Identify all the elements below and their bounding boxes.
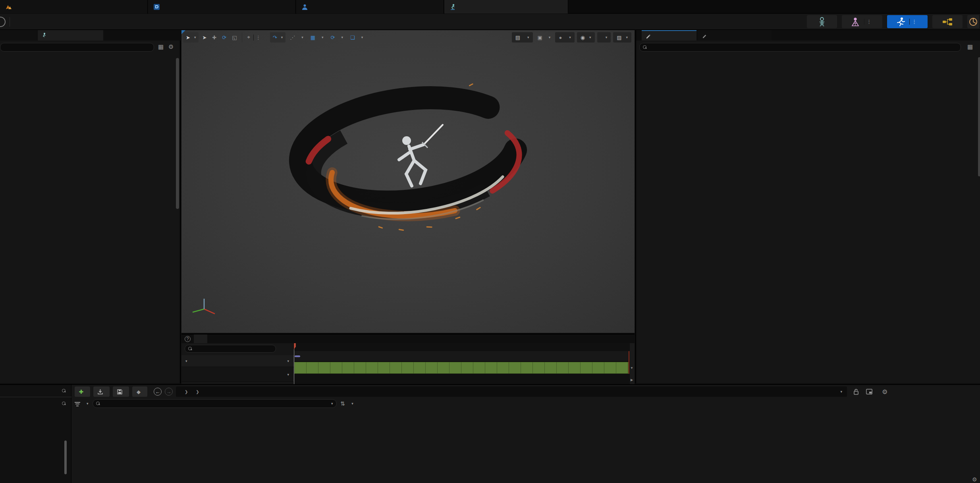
slash-vfx-preview [273,70,559,261]
viewport-options-icon[interactable]: ⋮ [253,35,263,41]
details-search-input[interactable] [639,43,961,52]
import-button[interactable] [93,386,110,397]
surface-snap-button[interactable]: ↷▾ [270,32,286,43]
save-icon [117,389,122,394]
select-tool-icon[interactable]: ➤ [200,35,208,41]
content-search-row: ▾ ▾ ⇅▾ [75,398,353,409]
search-options-icon[interactable]: ▾ [331,402,333,406]
details-scrollbar[interactable] [978,57,980,176]
show-flags-dropdown[interactable]: ◉▾ [577,32,595,43]
animation-mode-button[interactable]: ⋮ [887,15,928,28]
tab-details[interactable] [642,30,696,41]
scale-snap-button[interactable]: ❏▾ [347,32,366,43]
physics-icon [968,17,978,27]
scroll-right-icon[interactable]: ▶ [631,378,633,382]
path-options-icon[interactable]: ▾ [840,390,842,394]
tree-scrollbar[interactable] [64,440,67,474]
preview-settings-icon [702,33,707,38]
asset-details-icon [42,33,46,38]
browser-bottom-gear-icon[interactable]: ⚙ [972,476,977,483]
editor-tab-bar [0,0,980,14]
back-icon[interactable]: ← [154,388,162,396]
details-pencil-icon [646,33,651,39]
slot-options-icon[interactable]: ▾ [287,373,289,377]
timeline-ruler[interactable] [294,345,630,350]
mesh-mode-button[interactable]: ⋮ [842,15,882,28]
tab-am-basicattack-tags[interactable] [444,0,568,14]
blueprint-icon [154,4,160,10]
lod-dropdown[interactable]: ▾ [597,32,611,43]
skeletal-mesh-icon [851,17,860,27]
display-filter-icon[interactable]: ▦ [967,43,973,50]
settings-gear-icon[interactable]: ⚙ [168,43,174,50]
camera-speed-icon[interactable]: ⌖ [245,34,251,41]
fab-button[interactable]: ◆ [132,386,147,397]
viewport-toolbar: ➤▾ ➤ ✚ ⟳ ◱ ⌖ ⋮ ↷▾ ⋰▾ ▦▾ ⟳▾ ❏▾ [183,32,366,43]
transform-tools-dropdown[interactable]: ➤▾ [183,32,199,43]
left-panel-scrollbar[interactable] [176,58,179,209]
view-mode-dropdown[interactable]: ●▾ [555,32,574,43]
asset-details-search-input[interactable] [0,43,154,52]
montage-timeline-panel: ? ▾ ▾ ▾ ▼ [181,334,635,383]
actor-snap-button[interactable]: ⋰▾ [287,32,306,43]
forward-icon[interactable]: → [165,388,173,396]
asset-details-panel: ▦ ⚙ [0,30,181,383]
tab-preview-settings[interactable] [698,30,772,41]
browse-icon[interactable] [0,17,6,27]
group-options-icon[interactable]: ▾ [287,359,289,363]
scroll-down-icon[interactable]: ▼ [630,366,633,370]
tab-skeleton-tree[interactable] [0,30,37,41]
sequence-track-bar[interactable] [294,362,629,374]
perspective-dropdown[interactable]: ▤▾ [512,32,533,43]
content-browser: ✚ ◆ ← → ❯ ❯ ▾ ⚙ ▾ [0,384,980,483]
lock-icon[interactable] [853,388,859,395]
rotation-snap-button[interactable]: ⟳▾ [328,32,346,43]
tab-bp-character-gas[interactable] [296,0,444,14]
filter-icon[interactable] [75,401,80,406]
save-all-button[interactable] [113,386,129,397]
content-browser-toolbar: ✚ ◆ ← → ❯ ❯ ▾ ⚙ [75,386,887,397]
anim-montage-icon [450,4,455,10]
details-panel: ▦ [635,30,980,383]
collapse-arrow-icon[interactable]: ▾ [185,359,189,363]
viewport-camera-toolbar: ▤▾ ▣▾ ●▾ ◉▾ ▾ ▨▾ [512,32,631,43]
sort-icon[interactable]: ⇅ [341,400,345,407]
mannequin-figure [399,136,426,186]
import-icon [98,389,103,394]
browser-settings-icon[interactable]: ⚙ [882,388,887,396]
camera-bookmark-dropdown[interactable]: ▣▾ [535,32,553,43]
dock-icon[interactable] [866,389,872,394]
tab-montage-editor[interactable] [194,334,207,343]
montage-section-chip[interactable] [295,355,300,357]
preview-viewport[interactable]: ➤▾ ➤ ✚ ⟳ ◱ ⌖ ⋮ ↷▾ ⋰▾ ▦▾ ⟳▾ ❏▾ ▤▾ ▣▾ ●▾ ◉… [181,30,635,333]
tab-map-dna-demo[interactable] [0,0,148,14]
node-graph-icon [942,18,953,26]
move-tool-icon[interactable]: ✚ [210,35,218,41]
physics-mode-button[interactable] [967,15,979,28]
playhead[interactable] [294,343,294,384]
content-search-input[interactable]: ▾ [93,399,337,408]
add-button[interactable]: ✚ [75,386,90,397]
skeleton-icon [818,17,826,27]
blueprint-mode-button[interactable] [932,15,963,28]
tab-asset-details[interactable] [38,30,103,41]
level-icon [6,4,12,10]
asset-editor-toolbar: ⋮ ⋮ [0,14,980,30]
mesh-mode-options-icon[interactable]: ⋮ [864,19,874,25]
scale-tool-icon[interactable]: ◱ [230,35,239,41]
grid-snap-button[interactable]: ▦▾ [308,32,326,43]
tab-bp-gas-listener[interactable] [148,0,296,14]
rotate-tool-icon[interactable]: ⟳ [220,35,228,41]
track-filter-input[interactable] [185,345,276,353]
animation-mode-options-icon[interactable]: ⋮ [909,19,919,25]
help-icon[interactable]: ? [185,336,191,342]
favorites-header[interactable] [0,386,71,395]
project-root-header[interactable] [0,399,71,408]
axis-gizmo [190,296,218,319]
breadcrumb: ❯ ❯ ▾ [176,386,847,397]
running-figure-icon [896,17,905,27]
skeleton-mode-button[interactable] [807,15,837,28]
character-blueprint-icon [302,4,308,10]
screenshot-dropdown[interactable]: ▨▾ [613,32,631,43]
display-filter-icon[interactable]: ▦ [158,43,164,50]
